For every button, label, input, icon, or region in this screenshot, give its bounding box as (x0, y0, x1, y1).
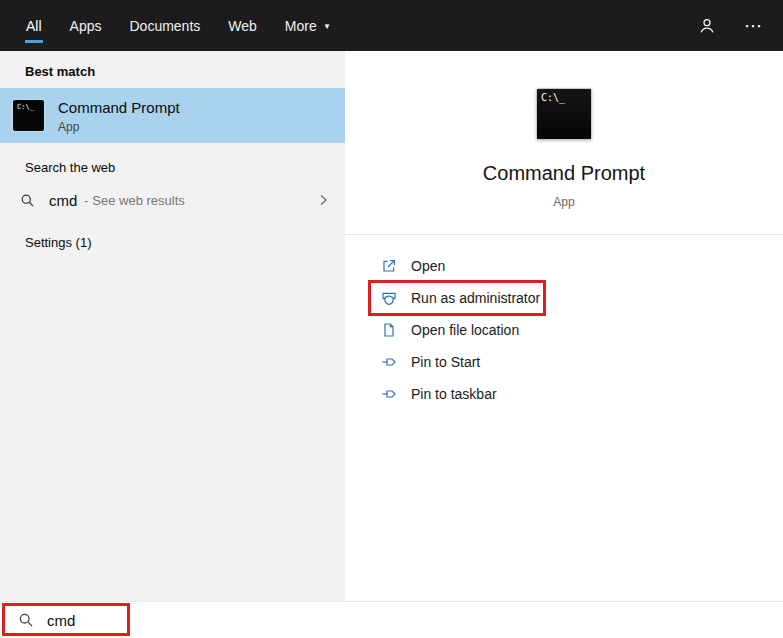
tab-web-label: Web (227, 18, 258, 34)
web-search-result[interactable]: cmd - See web results (0, 182, 345, 218)
taskbar-search-box[interactable]: cmd (0, 601, 783, 638)
web-result-hint: - See web results (84, 193, 184, 208)
search-filter-bar: All Apps Documents Web More ▾ ⋯ (0, 0, 783, 51)
search-icon (20, 193, 35, 208)
tab-web[interactable]: Web (227, 0, 258, 51)
command-prompt-icon-glyph: C:\_ (541, 92, 565, 103)
preview-divider (345, 234, 783, 235)
chevron-right-icon[interactable] (315, 192, 331, 208)
action-open-file-location-label: Open file location (411, 322, 519, 338)
web-result-query: cmd (49, 192, 77, 209)
action-pin-to-start-label: Pin to Start (411, 354, 480, 370)
action-open-file-location[interactable]: Open file location (345, 314, 783, 346)
context-actions: Open Run as administrator Open file loca… (345, 250, 783, 410)
action-pin-to-taskbar[interactable]: Pin to taskbar (345, 378, 783, 410)
action-open[interactable]: Open (345, 250, 783, 282)
open-icon (381, 258, 397, 274)
tab-documents[interactable]: Documents (128, 0, 201, 51)
best-match-subtitle: App (58, 120, 180, 134)
best-match-title: Command Prompt (58, 98, 180, 117)
action-open-label: Open (411, 258, 445, 274)
preview-subtitle: App (553, 195, 574, 209)
tab-apps-label: Apps (69, 18, 103, 34)
command-prompt-icon-glyph: C:\_ (17, 103, 34, 111)
pin-icon (381, 386, 397, 402)
action-run-as-administrator[interactable]: Run as administrator (345, 282, 783, 314)
tab-documents-label: Documents (128, 18, 201, 34)
action-pin-to-start[interactable]: Pin to Start (345, 346, 783, 378)
search-web-header: Search the web (0, 143, 345, 182)
pin-icon (381, 354, 397, 370)
more-options-icon[interactable]: ⋯ (744, 17, 763, 35)
command-prompt-icon-large: C:\_ (536, 88, 592, 140)
tab-more[interactable]: More ▾ (284, 0, 329, 51)
action-pin-to-taskbar-label: Pin to taskbar (411, 386, 497, 402)
tab-all-label: All (25, 18, 43, 34)
best-match-header: Best match (0, 51, 345, 86)
result-preview-panel: C:\_ Command Prompt App Open (345, 51, 783, 638)
settings-header: Settings (1) (0, 218, 345, 257)
search-icon (18, 612, 34, 628)
preview-title: Command Prompt (483, 160, 645, 186)
search-input-value[interactable]: cmd (47, 612, 75, 629)
user-account-icon[interactable] (698, 17, 716, 35)
best-match-result[interactable]: C:\_ Command Prompt App (0, 88, 345, 143)
search-results-panel: Best match C:\_ Command Prompt App Searc… (0, 51, 345, 601)
admin-shield-icon (381, 290, 397, 306)
chevron-down-icon: ▾ (325, 21, 330, 31)
action-run-as-administrator-label: Run as administrator (411, 290, 540, 306)
file-location-icon (381, 322, 397, 338)
command-prompt-icon: C:\_ (13, 100, 44, 131)
tab-more-label: More (284, 18, 318, 34)
tab-apps[interactable]: Apps (69, 0, 103, 51)
filter-tabs: All Apps Documents Web More ▾ (25, 0, 355, 51)
tab-all[interactable]: All (25, 0, 43, 51)
